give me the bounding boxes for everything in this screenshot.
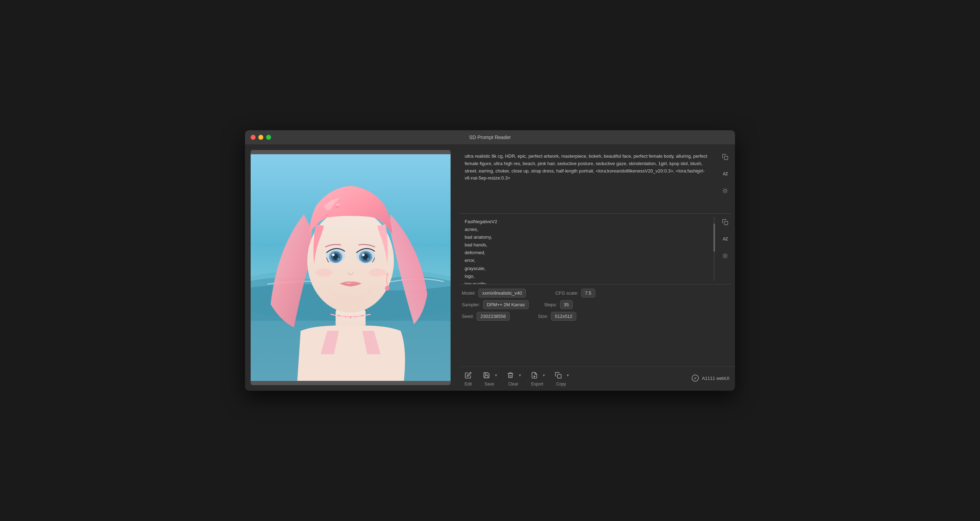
meta-row-1: Model: xxmix9realistic_v40 CFG scale: 7.… xyxy=(462,288,729,298)
toolbar: Edit ▾ Save xyxy=(459,366,735,391)
svg-point-4 xyxy=(345,316,346,317)
svg-point-32 xyxy=(724,255,727,257)
copy-btn-row: ▾ xyxy=(552,370,570,381)
edit-btn-row xyxy=(462,370,474,381)
save-btn-row: ▾ xyxy=(480,370,498,381)
svg-rect-31 xyxy=(724,221,728,225)
neg-az-label: AZ xyxy=(723,237,728,242)
scrollbar-track xyxy=(713,217,715,281)
sampler-value: DPM++ 2M Karras xyxy=(483,300,529,309)
save-button[interactable] xyxy=(480,370,493,381)
meta-row-2: Sampler: DPM++ 2M Karras Steps: 35 xyxy=(462,300,729,309)
cfg-label: CFG scale: xyxy=(555,290,578,296)
steps-label: Steps: xyxy=(544,302,557,308)
svg-point-23 xyxy=(367,258,369,260)
copy-chevron[interactable]: ▾ xyxy=(565,371,570,379)
window-controls xyxy=(251,135,271,140)
content-area: ultra realistic 8k cg, HDR, epic, perfec… xyxy=(245,144,735,391)
svg-point-8 xyxy=(307,209,394,312)
negative-copy-button[interactable] xyxy=(719,217,731,228)
meta-row-3: Seed: 2302238556 Size: 512x512 xyxy=(462,312,729,321)
positive-prompt-text: ultra realistic 8k cg, HDR, epic, perfec… xyxy=(459,148,715,212)
clear-button[interactable] xyxy=(504,370,517,381)
svg-point-27 xyxy=(386,273,389,276)
export-label: Export xyxy=(531,382,544,387)
save-label: Save xyxy=(484,382,494,387)
titlebar: SD Prompt Reader xyxy=(245,130,735,144)
svg-point-5 xyxy=(350,317,351,318)
negative-scroll-area: FastNegativeV2 acnes, bad anatomy, bad h… xyxy=(459,213,715,284)
export-tool-group: ▾ Export xyxy=(528,370,546,387)
webui-badge: A1111 webUI xyxy=(691,374,729,382)
right-panel: ultra realistic 8k cg, HDR, epic, perfec… xyxy=(456,144,735,391)
negative-bulb-button[interactable] xyxy=(719,250,731,261)
svg-point-6 xyxy=(355,316,356,317)
metadata-section: Model: xxmix9realistic_v40 CFG scale: 7.… xyxy=(459,284,735,323)
size-value: 512x512 xyxy=(551,312,576,321)
svg-point-10 xyxy=(362,202,365,205)
anime-image xyxy=(251,150,450,385)
positive-copy-button[interactable] xyxy=(719,151,731,163)
negative-prompt-icons: AZ xyxy=(715,213,735,284)
copy-label: Copy xyxy=(556,382,566,387)
svg-point-16 xyxy=(332,253,335,256)
save-tool-group: ▾ Save xyxy=(480,370,498,387)
positive-prompt-section: ultra realistic 8k cg, HDR, epic, perfec… xyxy=(459,148,735,212)
svg-point-24 xyxy=(346,282,352,284)
close-button[interactable] xyxy=(251,135,256,140)
positive-prompt-content: ultra realistic 8k cg, HDR, epic, perfec… xyxy=(465,153,707,181)
sampler-label: Sampler: xyxy=(462,302,480,308)
app-window: SD Prompt Reader xyxy=(245,130,735,391)
export-chevron[interactable]: ▾ xyxy=(541,371,546,379)
negative-prompt-content: FastNegativeV2 acnes, bad anatomy, bad h… xyxy=(465,219,497,284)
svg-rect-29 xyxy=(724,156,728,160)
window-title: SD Prompt Reader xyxy=(469,134,511,140)
svg-point-28 xyxy=(385,286,390,290)
image-panel xyxy=(245,144,456,391)
svg-point-3 xyxy=(338,315,340,316)
seed-field: Seed: 2302238556 xyxy=(462,312,510,321)
negative-az-button[interactable]: AZ xyxy=(719,233,731,245)
size-label: Size: xyxy=(538,314,548,319)
check-circle-icon xyxy=(691,374,699,382)
save-chevron[interactable]: ▾ xyxy=(493,371,498,379)
steps-value: 35 xyxy=(560,300,573,309)
positive-az-button[interactable]: AZ xyxy=(719,168,731,180)
cfg-value: 7.5 xyxy=(581,288,595,298)
model-label: Model: xyxy=(462,290,476,296)
scrollbar-thumb xyxy=(714,223,715,252)
copy-button[interactable] xyxy=(552,370,565,381)
positive-bulb-button[interactable] xyxy=(719,185,731,196)
clear-chevron[interactable]: ▾ xyxy=(517,371,522,379)
cfg-field: CFG scale: 7.5 xyxy=(555,288,595,298)
svg-point-26 xyxy=(369,269,385,277)
svg-point-30 xyxy=(724,190,727,192)
webui-label: A1111 webUI xyxy=(702,376,729,381)
edit-tool-group: Edit xyxy=(462,370,474,387)
export-btn-row: ▾ xyxy=(528,370,546,381)
minimize-button[interactable] xyxy=(258,135,263,140)
az-label: AZ xyxy=(723,171,728,176)
model-value: xxmix9realistic_v40 xyxy=(478,288,526,298)
model-field: Model: xxmix9realistic_v40 xyxy=(462,288,526,298)
export-button[interactable] xyxy=(528,370,541,381)
svg-point-7 xyxy=(361,315,363,316)
svg-rect-34 xyxy=(558,374,562,378)
svg-point-17 xyxy=(337,258,339,260)
svg-rect-11 xyxy=(336,204,339,206)
negative-prompt-text: FastNegativeV2 acnes, bad anatomy, bad h… xyxy=(459,213,713,284)
image-container xyxy=(251,150,450,385)
edit-button[interactable] xyxy=(462,370,474,381)
copy-tool-group: ▾ Copy xyxy=(552,370,570,387)
svg-point-22 xyxy=(362,253,365,256)
seed-value: 2302238556 xyxy=(477,312,510,321)
sampler-field: Sampler: DPM++ 2M Karras xyxy=(462,300,529,309)
edit-label: Edit xyxy=(465,382,472,387)
positive-prompt-icons: AZ xyxy=(715,148,735,212)
steps-field: Steps: 35 xyxy=(544,300,573,309)
clear-label: Clear xyxy=(508,382,519,387)
size-field: Size: 512x512 xyxy=(538,312,576,321)
maximize-button[interactable] xyxy=(266,135,271,140)
seed-label: Seed: xyxy=(462,314,474,319)
clear-tool-group: ▾ Clear xyxy=(504,370,522,387)
